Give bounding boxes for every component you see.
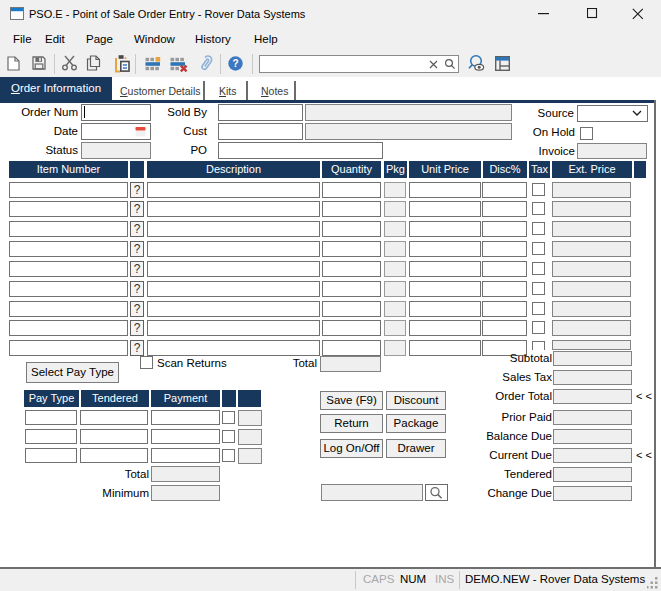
svg-text:?: ?	[232, 58, 238, 69]
